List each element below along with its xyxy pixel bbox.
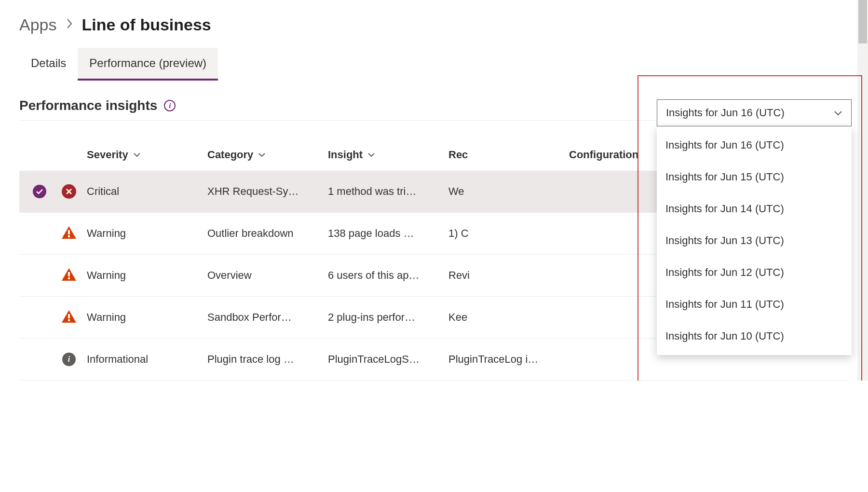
cell-severity: Warning bbox=[87, 227, 207, 240]
row-selected-icon[interactable] bbox=[33, 185, 46, 198]
date-dropdown-option[interactable]: Insights for Jun 15 (UTC) bbox=[657, 161, 852, 193]
col-recommendation-label: Rec bbox=[448, 149, 468, 161]
cell-recommendation: We bbox=[448, 185, 569, 198]
cell-insight: 138 page loads … bbox=[328, 227, 448, 240]
date-dropdown-option[interactable]: Insights for Jun 13 (UTC) bbox=[657, 225, 852, 257]
cell-severity: Warning bbox=[87, 269, 207, 282]
date-dropdown-list: Insights for Jun 16 (UTC)Insights for Ju… bbox=[657, 126, 852, 355]
vertical-scrollbar[interactable] bbox=[857, 0, 868, 381]
severity-info-icon: i bbox=[62, 352, 76, 367]
date-dropdown-option[interactable]: Insights for Jun 11 (UTC) bbox=[657, 288, 852, 320]
date-dropdown-button[interactable]: Insights for Jun 16 (UTC) bbox=[657, 99, 852, 126]
cell-severity: Critical bbox=[87, 185, 207, 198]
chevron-down-icon bbox=[834, 107, 842, 119]
col-last-label: Configuration bbox=[569, 149, 638, 161]
cell-insight: 2 plug-ins perfor… bbox=[328, 311, 448, 324]
svg-rect-10 bbox=[68, 319, 70, 321]
date-dropdown-option[interactable]: Insights for Jun 12 (UTC) bbox=[657, 257, 852, 288]
cell-insight: PluginTraceLogS… bbox=[328, 353, 448, 366]
col-category[interactable]: Category bbox=[207, 149, 328, 161]
col-severity-label: Severity bbox=[87, 149, 128, 161]
severity-warning-icon bbox=[62, 310, 76, 325]
section-title: Performance insights bbox=[19, 98, 157, 113]
cell-category: Plugin trace log … bbox=[207, 353, 328, 366]
severity-critical-icon bbox=[62, 184, 76, 199]
cell-recommendation: Revi bbox=[448, 269, 569, 282]
date-dropdown-option[interactable]: Insights for Jun 10 (UTC) bbox=[657, 320, 852, 352]
col-recommendation[interactable]: Rec bbox=[448, 149, 569, 161]
cell-category: Sandbox Perfor… bbox=[207, 311, 328, 324]
svg-rect-6 bbox=[68, 272, 70, 276]
breadcrumb-root[interactable]: Apps bbox=[19, 15, 57, 34]
chevron-down-icon bbox=[367, 150, 375, 159]
date-dropdown: Insights for Jun 16 (UTC) Insights for J… bbox=[657, 99, 852, 355]
cell-insight: 1 method was tri… bbox=[328, 185, 448, 198]
cell-recommendation: 1) C bbox=[448, 227, 569, 240]
cell-insight: 6 users of this ap… bbox=[328, 269, 448, 282]
svg-rect-4 bbox=[68, 235, 70, 237]
chevron-down-icon bbox=[133, 150, 141, 159]
cell-category: Outlier breakdown bbox=[207, 227, 328, 240]
cell-recommendation: Kee bbox=[448, 311, 569, 324]
cell-category: Overview bbox=[207, 269, 328, 282]
scrollbar-thumb[interactable] bbox=[858, 0, 867, 43]
date-dropdown-option[interactable]: Insights for Jun 14 (UTC) bbox=[657, 193, 852, 225]
cell-severity: Warning bbox=[87, 311, 207, 324]
breadcrumb-current: Line of business bbox=[82, 15, 211, 34]
info-icon[interactable]: i bbox=[164, 100, 176, 111]
cell-category: XHR Request-Sy… bbox=[207, 185, 328, 198]
breadcrumb: Apps Line of business bbox=[19, 15, 849, 34]
row-select-placeholder[interactable] bbox=[33, 353, 46, 366]
col-category-label: Category bbox=[207, 149, 253, 161]
date-dropdown-selected: Insights for Jun 16 (UTC) bbox=[666, 107, 785, 119]
tabs: Details Performance (preview) bbox=[19, 48, 849, 81]
cell-severity: Informational bbox=[87, 353, 207, 366]
row-select-placeholder[interactable] bbox=[33, 227, 46, 240]
svg-rect-3 bbox=[68, 230, 70, 234]
svg-rect-7 bbox=[68, 277, 70, 279]
date-dropdown-option[interactable]: Insights for Jun 16 (UTC) bbox=[657, 129, 852, 161]
row-select-placeholder[interactable] bbox=[33, 269, 46, 282]
cell-recommendation: PluginTraceLog i… bbox=[448, 353, 569, 366]
col-insight[interactable]: Insight bbox=[328, 149, 448, 161]
severity-warning-icon bbox=[62, 226, 76, 241]
chevron-down-icon bbox=[258, 150, 266, 159]
chevron-right-icon bbox=[66, 17, 73, 32]
row-select-placeholder[interactable] bbox=[33, 311, 46, 324]
severity-warning-icon bbox=[62, 268, 76, 283]
tab-details[interactable]: Details bbox=[19, 48, 78, 81]
svg-rect-9 bbox=[68, 314, 70, 318]
tab-performance[interactable]: Performance (preview) bbox=[78, 48, 218, 81]
col-insight-label: Insight bbox=[328, 149, 363, 161]
col-severity[interactable]: Severity bbox=[87, 149, 207, 161]
